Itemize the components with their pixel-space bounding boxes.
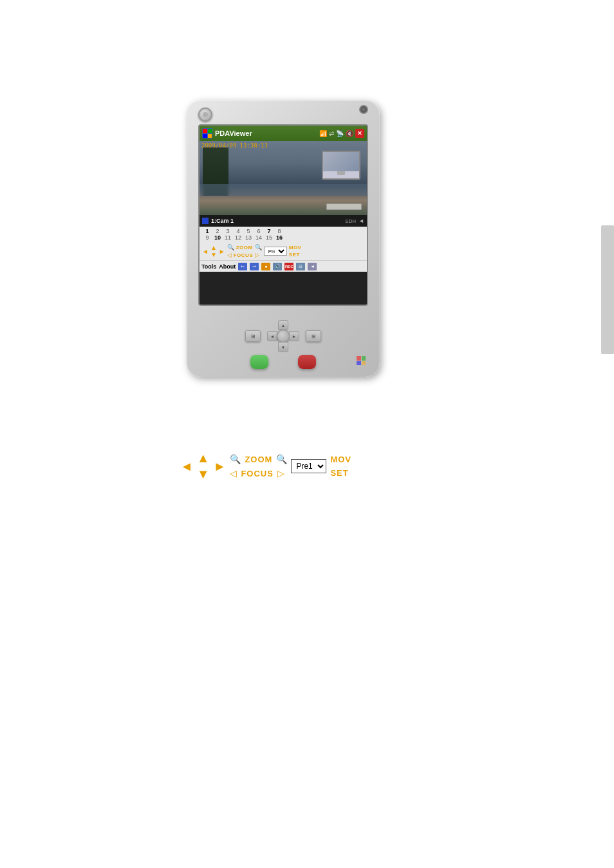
channel-arrow-icon: ◄ [358,218,364,224]
power-button[interactable] [198,108,212,122]
zoom-in-icon[interactable]: 🔍 [227,244,234,250]
video-timestamp: 2009/04/09 13:38:13 [201,142,268,149]
focus-right-icon[interactable]: ▷ [255,252,259,258]
focus-row: ◁ FOCUS ▷ [227,252,262,258]
channel-name: 1:Cam 1 [211,218,342,224]
antenna-icon: 📡 [336,130,344,137]
dpad-left[interactable]: ◄ [267,331,277,341]
menu-icon-6[interactable]: ◄ [308,263,317,270]
menu-icon-2[interactable]: ⇒ [250,263,259,270]
cam-6[interactable]: 6 [254,228,264,234]
tools-menu[interactable]: Tools [201,263,216,270]
front-camera [359,105,368,114]
pda-nav-row1: ⊞ ▲ ◄ ► ▼ ⊞ [245,320,321,352]
sound-icon: 🔇 [346,130,353,137]
call-button[interactable] [250,355,268,369]
channel-quality: SDH [345,218,356,224]
zc-focus-label: FOCUS [241,469,274,478]
close-button[interactable]: ✕ [355,129,364,138]
zc-left-arrow[interactable]: ◄ [180,459,193,474]
zc-preset-dropdown[interactable]: Pre1 Pre2 Pre3 [291,459,326,473]
zoom-out-icon[interactable]: 🔍 [255,244,262,250]
cam-5[interactable]: 5 [243,228,254,234]
pda-left-softkey[interactable]: ⊞ [245,330,261,342]
set-label[interactable]: SET [289,252,302,258]
dpad-down[interactable]: ▼ [278,342,288,352]
monitor-screen [323,152,359,171]
titlebar-icons: 📶 ⇌ 📡 🔇 ✕ [319,129,364,138]
signal-icon: ⇌ [329,130,334,137]
zoom-label: ZOOM [236,245,253,250]
pda-device: PDAViewer 📶 ⇌ 📡 🔇 ✕ 2009/04/09 13:38:13 [187,100,380,377]
about-menu[interactable]: About [219,263,236,270]
ptz-down-icon[interactable]: ▼ [210,251,217,258]
cam-16[interactable]: 16 [274,234,284,241]
cam-15[interactable]: 15 [264,234,274,241]
cam-1[interactable]: 1 [202,228,212,234]
cam-11[interactable]: 11 [223,234,233,241]
pda-nav-row2 [250,355,316,369]
channel-bar: 1:Cam 1 SDH ◄ [200,215,367,227]
menu-icon-4[interactable]: 🔊 [273,263,282,270]
cam-3[interactable]: 3 [223,228,233,234]
preset-dropdown[interactable]: Pre1 Pre2 Pre3 [264,247,287,256]
dpad-up[interactable]: ▲ [278,320,288,330]
ptz-right-icon[interactable]: ► [219,248,225,255]
zc-zoom-out-icon[interactable]: 🔍 [276,454,287,464]
windows-start-icon[interactable] [202,128,212,138]
dpad-center[interactable] [277,330,290,343]
menu-icon-rec[interactable]: REC [284,263,293,270]
pda-body: PDAViewer 📶 ⇌ 📡 🔇 ✕ 2009/04/09 13:38:13 [187,100,380,377]
cam-12[interactable]: 12 [233,234,243,241]
focus-left-icon[interactable]: ◁ [227,252,232,258]
zoom-focus-group: 🔍 ZOOM 🔍 ◁ FOCUS ▷ [227,244,262,258]
ptz-left-icon[interactable]: ◄ [202,248,209,255]
end-button[interactable] [298,355,316,369]
cam-8[interactable]: 8 [274,228,284,234]
zc-zoom-in-icon[interactable]: 🔍 [230,454,241,464]
app-titlebar: PDAViewer 📶 ⇌ 📡 🔇 ✕ [200,126,367,141]
camera-grid: 1 2 3 4 5 6 7 8 9 10 11 12 13 14 15 [200,227,367,242]
menu-icon-1[interactable]: ⇐ [238,263,247,270]
cam-9[interactable]: 9 [202,234,212,241]
cam-4[interactable]: 4 [233,228,243,234]
zc-focus-left-icon[interactable]: ◁ [230,468,237,478]
zoom-row: 🔍 ZOOM 🔍 [227,244,262,250]
monitor-stand [337,171,345,175]
video-monitor [322,151,360,180]
cam-10[interactable]: 10 [212,234,223,241]
side-scroll-indicator [601,225,614,354]
pda-right-softkey[interactable]: ⊞ [306,330,321,342]
ptz-up-icon[interactable]: ▲ [210,244,217,251]
cam-7[interactable]: 7 [264,228,274,234]
zc-mov-label[interactable]: MOV [330,455,351,464]
zc-zoom-focus-group: 🔍 ZOOM 🔍 ◁ FOCUS ▷ [230,454,287,478]
menu-icon-5[interactable]: ⊟ [296,263,305,270]
video-scene: 2009/04/09 13:38:13 [200,141,367,215]
cam-row-1: 1 2 3 4 5 6 7 8 [202,228,364,234]
cam-13[interactable]: 13 [243,234,254,241]
zc-updown: ▲ ▼ [197,451,210,482]
cam-14[interactable]: 14 [254,234,264,241]
screen-bezel: PDAViewer 📶 ⇌ 📡 🔇 ✕ 2009/04/09 13:38:13 [198,124,368,306]
zc-set-label[interactable]: SET [330,468,351,478]
pda-dpad: ▲ ◄ ► ▼ [267,320,299,352]
channel-color-indicator [202,218,209,224]
mov-label[interactable]: MOV [289,245,302,250]
menu-icon-3[interactable]: ● [261,263,270,270]
pda-nav-area: ⊞ ▲ ◄ ► ▼ ⊞ [187,320,380,369]
zc-up-arrow[interactable]: ▲ [197,451,210,466]
zoomed-ptz-controls: ◄ ▲ ▼ ► 🔍 ZOOM 🔍 ◁ FOCUS ▷ Pre1 Pre2 Pre… [180,451,351,482]
zc-focus-row: ◁ FOCUS ▷ [230,468,287,478]
video-keyboard [326,203,362,210]
dpad-right[interactable]: ► [289,331,299,341]
zc-zoom-row: 🔍 ZOOM 🔍 [230,454,287,464]
app-menubar: Tools About ⇐ ⇒ ● 🔊 REC ⊟ ◄ [200,260,367,272]
zc-right-arrow[interactable]: ► [214,459,227,474]
zc-mov-set: MOV SET [330,455,351,478]
cam-2[interactable]: 2 [212,228,223,234]
ptz-controls: ◄ ▲ ▼ ► 🔍 ZOOM 🔍 ◁ FOC [200,242,367,260]
zc-down-arrow[interactable]: ▼ [197,467,210,482]
zc-focus-right-icon[interactable]: ▷ [277,468,284,478]
cam-row-2: 9 10 11 12 13 14 15 16 [202,234,364,241]
